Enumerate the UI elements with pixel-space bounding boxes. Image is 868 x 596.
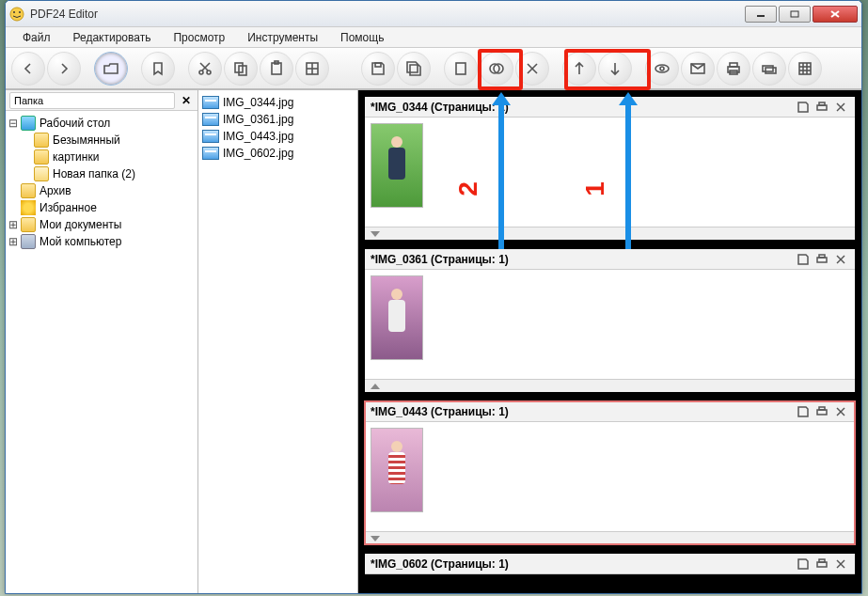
file-item[interactable]: IMG_0361.jpg [202,111,354,128]
doc-close-icon[interactable] [832,100,849,115]
doc-close-icon[interactable] [832,557,849,572]
doc-close-icon[interactable] [832,404,849,419]
tree-header-label: Папка [9,92,175,109]
page-thumbnail[interactable] [371,275,423,360]
svg-rect-26 [730,63,737,67]
document-card[interactable]: *IMG_0361 (Страницы: 1) [364,248,856,393]
file-name: IMG_0443.jpg [223,130,293,143]
scroll-down-hint[interactable] [365,531,855,544]
maximize-button[interactable] [779,6,811,23]
tree-archive[interactable]: Архив [8,182,196,199]
doc-close-icon[interactable] [832,252,849,267]
svg-rect-16 [375,63,381,67]
svg-rect-28 [763,66,773,71]
doc-print-icon[interactable] [813,100,830,115]
scroll-down-hint[interactable] [365,227,855,240]
merge-button[interactable] [480,52,513,86]
tree-favorites[interactable]: Избранное [8,199,196,216]
page-thumbnail[interactable] [371,123,423,208]
file-item[interactable]: IMG_0344.jpg [202,94,354,111]
svg-rect-30 [799,63,811,74]
tree-folder[interactable]: Безымянный [8,132,196,149]
delete-button[interactable] [515,52,549,86]
document-card[interactable]: *IMG_0602 (Страницы: 1) [364,553,856,575]
page-thumbnail[interactable] [371,428,423,512]
open-folder-button[interactable] [94,52,128,86]
svg-rect-4 [791,11,798,17]
image-file-icon [202,147,219,160]
svg-rect-40 [819,255,825,258]
move-up-button[interactable] [562,52,596,86]
image-file-icon [202,96,219,109]
menu-file[interactable]: Файл [11,28,62,47]
move-down-button[interactable] [598,52,632,86]
file-name: IMG_0602.jpg [223,147,293,160]
tree-folder[interactable]: картинки [8,149,196,165]
image-file-icon [202,130,219,143]
menubar: Файл Редактировать Просмотр Инструменты … [6,27,861,48]
menu-help[interactable]: Помощь [329,28,395,47]
document-title: *IMG_0602 (Страницы: 1) [371,557,793,571]
properties-button[interactable] [788,52,822,86]
paste-button[interactable] [260,52,293,86]
save-button[interactable] [361,52,395,86]
toolbar [6,48,861,89]
doc-save-icon[interactable] [795,404,812,419]
tree-close-icon[interactable]: ✕ [179,94,194,107]
tree-label: Мой компьютер [39,235,121,248]
document-title: *IMG_0361 (Страницы: 1) [371,253,793,266]
doc-save-icon[interactable] [795,252,812,267]
save-all-button[interactable] [397,52,431,86]
svg-rect-17 [456,63,466,74]
bookmark-button[interactable] [141,52,175,86]
tree-label: Избранное [39,201,97,214]
file-item[interactable]: IMG_0602.jpg [202,145,354,162]
app-icon [9,7,24,22]
svg-point-23 [660,67,664,71]
file-name: IMG_0361.jpg [223,113,293,126]
menu-view[interactable]: Просмотр [162,28,236,47]
titlebar[interactable]: PDF24 Editor [6,1,861,27]
tree-label: Мои документы [39,218,121,231]
tree-label: Новая папка (2) [53,167,135,180]
svg-rect-11 [272,63,281,74]
tree-label: Рабочий стол [39,117,110,130]
minimize-button[interactable] [745,6,777,23]
copy-button[interactable] [224,52,258,86]
tree-mypc[interactable]: ⊞Мой компьютер [8,233,196,250]
new-page-button[interactable] [444,52,478,86]
document-card[interactable]: *IMG_0443 (Страницы: 1) [364,400,856,545]
close-button[interactable] [813,6,858,23]
doc-print-icon[interactable] [813,404,830,419]
window-title: PDF24 Editor [30,8,743,21]
tree-label: Безымянный [53,133,120,147]
tree-label: Архив [39,184,71,197]
svg-rect-36 [819,102,825,105]
back-button[interactable] [11,52,45,86]
menu-edit[interactable]: Редактировать [62,28,163,47]
doc-save-icon[interactable] [795,100,812,115]
document-card[interactable]: *IMG_0344 (Страницы: 1) [364,96,856,241]
print-button[interactable] [717,52,750,86]
tree-mydocs[interactable]: ⊞Мои документы [8,216,196,233]
doc-print-icon[interactable] [813,252,830,267]
email-button[interactable] [681,52,715,86]
svg-point-7 [199,71,203,74]
tree-desktop[interactable]: ⊟Рабочий стол [8,115,196,132]
doc-save-icon[interactable] [795,557,812,572]
svg-point-2 [19,11,21,13]
preview-button[interactable] [645,52,679,86]
svg-point-1 [13,11,15,13]
grid-button[interactable] [295,52,329,86]
file-list-panel: IMG_0344.jpg IMG_0361.jpg IMG_0443.jpg I… [198,90,358,593]
cut-button[interactable] [188,52,222,86]
print-all-button[interactable] [752,52,786,86]
file-name: IMG_0344.jpg [223,96,293,109]
forward-button[interactable] [47,52,81,86]
scroll-up-hint[interactable] [365,379,855,392]
tree-folder[interactable]: Новая папка (2) [8,165,196,182]
menu-tools[interactable]: Инструменты [236,28,329,47]
file-item[interactable]: IMG_0443.jpg [202,128,354,145]
svg-rect-48 [819,559,825,562]
doc-print-icon[interactable] [813,557,830,572]
